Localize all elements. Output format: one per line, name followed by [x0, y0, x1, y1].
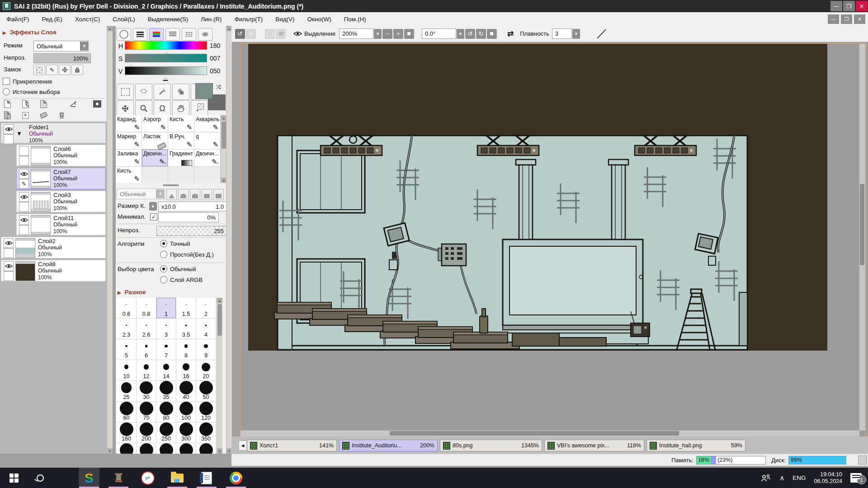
- pin-row[interactable]: Прикрепление: [3, 78, 52, 85]
- brush-min-field[interactable]: 0%: [158, 212, 219, 222]
- angle-field[interactable]: 0.0°: [422, 28, 456, 39]
- target-button[interactable]: [93, 100, 101, 108]
- pick-option-normal[interactable]: Обычный: [160, 265, 196, 272]
- doc-tab-80s.png[interactable]: 80s.png1345%: [440, 440, 542, 451]
- tool-Двоичн...[interactable]: Двоичн...✎▪: [142, 150, 168, 167]
- color-wheel-button[interactable]: [117, 28, 131, 41]
- brush-size-30[interactable]: 30: [137, 381, 156, 402]
- brush-size-8[interactable]: 8: [176, 339, 196, 360]
- selection-source-radio[interactable]: [3, 88, 10, 95]
- brush-size-700[interactable]: 700: [196, 443, 216, 454]
- layer-row[interactable]: Слой6Обычный100%: [16, 145, 106, 166]
- tool-Градиент[interactable]: Градиент: [168, 150, 194, 167]
- layer-visibility-toggle[interactable]: [4, 261, 14, 271]
- doc-hscroll-thumb[interactable]: [390, 431, 679, 436]
- zoom-out-button[interactable]: −: [382, 29, 392, 39]
- tool-Ластик[interactable]: Ластик: [142, 132, 168, 150]
- brush-size-80[interactable]: 80: [156, 402, 176, 422]
- brush-opacity-slider[interactable]: 255: [156, 226, 227, 236]
- taskbar-notepad-app[interactable]: [196, 468, 217, 488]
- layer-row[interactable]: Слой11Обычный100%: [16, 214, 106, 235]
- smoothing-dropdown-button[interactable]: ▼: [572, 29, 580, 39]
- brush-size-40[interactable]: 40: [176, 381, 196, 402]
- zoom-field[interactable]: 200%: [339, 28, 373, 39]
- hand-tool[interactable]: [172, 100, 189, 117]
- brush-size-2[interactable]: 2: [196, 298, 216, 319]
- new-lineart-layer-button[interactable]: ✎: [21, 100, 30, 108]
- menu-item[interactable]: Холст(C): [69, 16, 107, 23]
- undo-button[interactable]: ↺: [235, 29, 245, 39]
- brush-size-5[interactable]: 5: [117, 339, 137, 360]
- brush-size-3[interactable]: 3: [156, 319, 176, 339]
- primary-color-swatch[interactable]: [195, 83, 213, 99]
- rotate-reset-button[interactable]: [487, 29, 497, 39]
- doc-restore-button[interactable]: ❐: [841, 14, 852, 24]
- radio-on-icon[interactable]: [160, 265, 167, 272]
- menu-item[interactable]: Фильтр(T): [228, 16, 269, 23]
- lasso-tool[interactable]: [135, 84, 152, 100]
- brush-size-2.6[interactable]: 2.6: [137, 319, 156, 339]
- layer-clip-toggle[interactable]: [4, 134, 14, 144]
- tool-Заливка[interactable]: Заливка✎: [116, 150, 142, 167]
- brush-size-7[interactable]: 7: [156, 339, 176, 360]
- resize-grip[interactable]: [858, 455, 867, 465]
- restore-button[interactable]: ❐: [843, 1, 855, 11]
- transparent-color-button[interactable]: [198, 103, 204, 110]
- color-bars-button[interactable]: [133, 28, 147, 41]
- doc-tab-Institute_Auditoriu...[interactable]: Institute_Auditoriu...200%: [339, 440, 438, 451]
- brush-size-1[interactable]: 1: [156, 298, 176, 319]
- new-folder-button[interactable]: [39, 100, 48, 108]
- brush-size-16[interactable]: 16: [176, 360, 196, 381]
- brush-size-1.5[interactable]: 1.5: [176, 298, 196, 319]
- taskbar-snipping-tool[interactable]: ✂: [137, 468, 158, 488]
- taskbar-file-explorer[interactable]: [167, 468, 188, 488]
- panel-resize-handle[interactable]: [163, 184, 179, 186]
- layer-mode-dropdown[interactable]: Обычный ▼: [33, 41, 89, 52]
- notification-center-button[interactable]: 1: [850, 473, 862, 483]
- layer-clip-toggle[interactable]: [4, 248, 14, 258]
- layer-visibility-toggle[interactable]: [19, 192, 29, 202]
- radio-off-icon[interactable]: [160, 251, 167, 258]
- brush-size-field[interactable]: x10.01.0: [158, 202, 227, 211]
- brush-size-600[interactable]: 600: [176, 443, 196, 454]
- layer-visibility-toggle[interactable]: [19, 169, 29, 179]
- brush-size-50[interactable]: 50: [196, 381, 216, 402]
- tool-panel-scrollbar[interactable]: ▲ ▼: [226, 26, 232, 454]
- taskbar-chrome-app[interactable]: [226, 468, 246, 488]
- brush-edge-hardest-button[interactable]: [166, 189, 177, 200]
- tool-Маркер[interactable]: Маркер✎: [116, 132, 142, 150]
- lock-all-button[interactable]: [71, 65, 83, 75]
- lock-position-button[interactable]: [59, 65, 71, 75]
- layer-row[interactable]: ✎Слой7Обычный100%: [16, 168, 106, 189]
- tool-Двоичн...[interactable]: Двоичн...✎▪: [194, 150, 221, 167]
- brush-size-2.3[interactable]: 2.3: [117, 319, 137, 339]
- menu-item[interactable]: Пом.(H): [338, 16, 373, 23]
- value-slider-marker[interactable]: [163, 75, 168, 81]
- taskbar-clock[interactable]: 19:04:10 06.05.2024: [814, 471, 842, 485]
- rotate-cw-button[interactable]: ↻: [476, 29, 486, 39]
- clipping-button[interactable]: +: [21, 111, 30, 119]
- lock-pixels-button[interactable]: ✎: [46, 65, 58, 75]
- brush-size-350[interactable]: 350: [196, 422, 216, 443]
- merge-down-button[interactable]: ↓: [3, 111, 12, 119]
- new-layer-button[interactable]: [3, 100, 12, 108]
- angle-dropdown-button[interactable]: ▼: [457, 29, 464, 39]
- taskbar-game-app[interactable]: ♜: [108, 468, 129, 488]
- layer-row[interactable]: Слой2Обычный100%: [1, 237, 106, 258]
- clear-layer-button[interactable]: [39, 111, 48, 119]
- brush-shape-dropdown[interactable]: Обычный ▼: [117, 188, 165, 199]
- saturation-slider[interactable]: [125, 54, 207, 62]
- scroll-down-icon[interactable]: ▼: [107, 448, 113, 454]
- brush-size-400[interactable]: 400: [117, 443, 137, 454]
- canvas-artwork[interactable]: [248, 44, 827, 351]
- brush-size-60[interactable]: 60: [117, 402, 137, 422]
- folder-collapse-icon[interactable]: ▼: [16, 130, 22, 137]
- pick-option-argb[interactable]: Слой ARGB: [160, 276, 203, 283]
- tool-q[interactable]: q✎: [194, 132, 221, 150]
- doc-close-button[interactable]: ✕: [854, 14, 865, 24]
- language-indicator[interactable]: ENG: [793, 474, 806, 481]
- doc-vscroll-thumb[interactable]: [860, 184, 864, 265]
- swap-colors-icon[interactable]: ⤨: [216, 84, 221, 91]
- size-unit-dropdown[interactable]: ▼: [149, 202, 157, 211]
- close-button[interactable]: ✕: [856, 1, 868, 11]
